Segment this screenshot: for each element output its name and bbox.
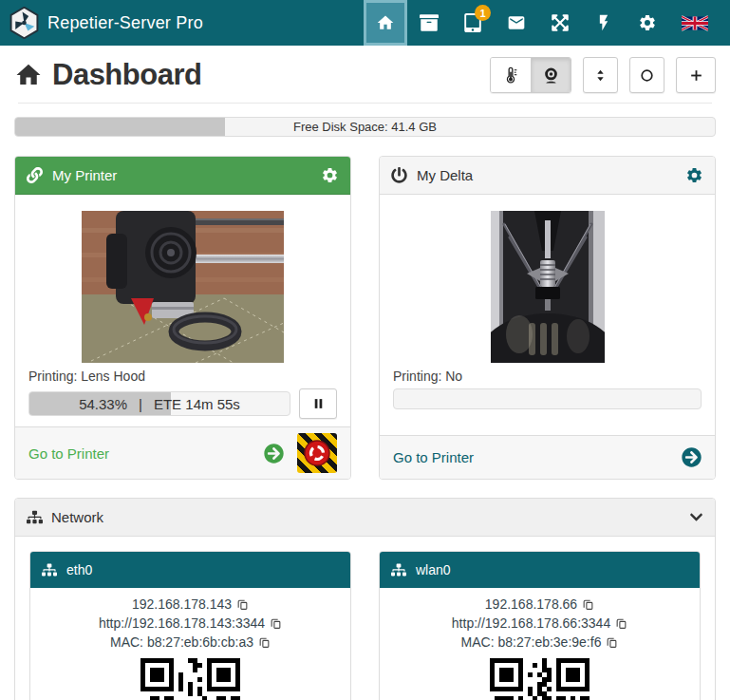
- copy-icon: [606, 636, 618, 649]
- thermometer-icon: [501, 66, 520, 85]
- gear-icon: [321, 166, 339, 184]
- print-progress-bar: 54.33% | ETE 14m 55s: [28, 391, 290, 416]
- printer-card-header: My Delta: [380, 157, 715, 195]
- webcam-view-button[interactable]: [531, 58, 571, 92]
- copy-button[interactable]: [582, 598, 594, 611]
- arrow-circle-right-icon: [682, 447, 702, 467]
- home-icon: [14, 61, 43, 89]
- sort-button[interactable]: [583, 57, 618, 93]
- copy-icon: [236, 598, 249, 611]
- interface-card-eth0: eth0 192.168.178.143 http://192.168.178.…: [29, 551, 351, 700]
- add-button[interactable]: [676, 57, 716, 93]
- network-panel-header[interactable]: Network: [15, 499, 715, 537]
- power-icon: [391, 167, 407, 183]
- link-icon: [27, 167, 43, 183]
- sitemap-icon: [27, 509, 43, 525]
- printer-cards-row: My Printer: [14, 156, 716, 480]
- copy-button[interactable]: [258, 636, 271, 649]
- print-progress-row: [393, 388, 702, 409]
- mac-line: MAC: b8:27:eb:6b:cb:a3: [38, 633, 343, 652]
- archive-box-icon: [420, 13, 439, 32]
- nav-messages[interactable]: [495, 0, 538, 46]
- nav-home[interactable]: [364, 0, 407, 46]
- interface-body: 192.168.178.66 http://192.168.178.66:334…: [380, 588, 700, 700]
- progress-separator: |: [139, 396, 142, 412]
- gear-icon: [685, 166, 703, 184]
- network-panel-body: eth0 192.168.178.143 http://192.168.178.…: [15, 537, 715, 700]
- printer-card-my-printer: My Printer: [14, 156, 351, 480]
- printer-card-body: Printing: Lens Hood 54.33% | ETE 14m 55s: [15, 195, 350, 426]
- circle-icon: [639, 67, 655, 84]
- pause-button[interactable]: [299, 388, 337, 419]
- print-progress-label: 54.33% | ETE 14m 55s: [29, 392, 290, 415]
- printer-card-my-delta: My Delta: [379, 156, 716, 480]
- app-title: Repetier-Server Pro: [47, 13, 203, 33]
- printer-settings-button[interactable]: [321, 166, 339, 184]
- nav-fullscreen[interactable]: [538, 0, 582, 46]
- circle-toggle-button[interactable]: [629, 57, 664, 93]
- go-to-printer-link[interactable]: Go to Printer: [28, 445, 109, 462]
- webcam-image-my-delta: [491, 211, 605, 363]
- arrow-circle-right-icon: [264, 444, 284, 464]
- interface-header: wlan0: [380, 552, 700, 588]
- copy-icon: [582, 598, 594, 611]
- nav-quick-actions[interactable]: [582, 0, 626, 46]
- copy-icon: [258, 636, 271, 649]
- print-progress-bar: [393, 388, 702, 409]
- server-url: http://192.168.178.143:3344: [99, 614, 265, 633]
- collapse-toggle[interactable]: [689, 510, 703, 524]
- copy-icon: [615, 617, 627, 630]
- nav-touchscreen[interactable]: 1: [451, 0, 495, 46]
- chevron-down-icon: [689, 510, 703, 524]
- copy-button[interactable]: [236, 598, 249, 611]
- ip-line: 192.168.178.143: [38, 595, 343, 614]
- interface-name: wlan0: [416, 562, 451, 577]
- page-title: Dashboard: [14, 58, 201, 92]
- printer-card-footer: Go to Printer: [15, 426, 350, 479]
- temperature-view-button[interactable]: [491, 58, 531, 92]
- copy-button[interactable]: [615, 617, 627, 630]
- print-progress-row: 54.33% | ETE 14m 55s: [28, 388, 337, 419]
- mac-line: MAC: b8:27:eb:3e:9e:f6: [387, 633, 692, 652]
- webcam-icon: [542, 66, 560, 85]
- ip-address: 192.168.178.143: [132, 595, 232, 614]
- printer-card-footer: Go to Printer: [380, 435, 715, 479]
- emergency-stop-button[interactable]: [297, 433, 337, 473]
- disk-space-label: Free Disk Space: 41.4 GB: [15, 118, 715, 136]
- bolt-icon: [594, 13, 613, 32]
- sitemap-icon: [42, 562, 57, 577]
- home-icon: [376, 13, 395, 32]
- go-to-printer-link[interactable]: Go to Printer: [393, 449, 474, 465]
- network-panel: Network eth0 192.168.178.143 http://192.…: [14, 498, 716, 700]
- go-to-printer-arrow[interactable]: [264, 444, 284, 464]
- printer-settings-button[interactable]: [685, 166, 703, 184]
- webcam-image-my-printer: [82, 211, 284, 363]
- brand[interactable]: Repetier-Server Pro: [9, 7, 203, 39]
- interface-card-wlan0: wlan0 192.168.178.66 http://192.168.178.…: [379, 551, 701, 700]
- disk-space-bar: Free Disk Space: 41.4 GB: [14, 117, 716, 137]
- uk-flag-icon: [682, 14, 708, 32]
- printer-name: My Printer: [52, 167, 117, 183]
- notification-badge: 1: [475, 5, 491, 21]
- mail-icon: [507, 13, 526, 32]
- view-toggle-group: [490, 57, 571, 93]
- copy-button[interactable]: [270, 617, 282, 630]
- emergency-stop-icon: [303, 439, 331, 467]
- page-header: Dashboard: [14, 57, 716, 93]
- qr-code: [38, 658, 343, 700]
- go-to-printer-arrow[interactable]: [682, 447, 702, 467]
- copy-button[interactable]: [606, 636, 618, 649]
- interface-name: eth0: [66, 562, 92, 577]
- repetier-logo-icon: [9, 7, 39, 39]
- nav-language[interactable]: [669, 0, 721, 46]
- webcam-snapshot[interactable]: [393, 211, 702, 363]
- printer-name: My Delta: [417, 167, 473, 183]
- plus-icon: [688, 67, 704, 84]
- nav-settings[interactable]: [626, 0, 669, 46]
- interface-body: 192.168.178.143 http://192.168.178.143:3…: [30, 588, 350, 700]
- interface-header: eth0: [30, 552, 350, 588]
- nav-archive[interactable]: [407, 0, 451, 46]
- mac-address: MAC: b8:27:eb:6b:cb:a3: [110, 633, 253, 652]
- webcam-snapshot[interactable]: [28, 211, 337, 363]
- gear-icon: [638, 13, 657, 32]
